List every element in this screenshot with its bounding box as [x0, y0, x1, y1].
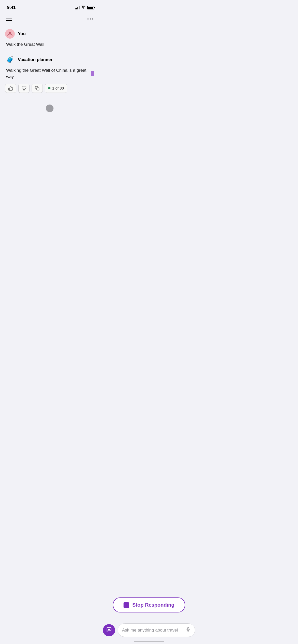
hamburger-line-3 [6, 20, 12, 21]
user-name: You [18, 31, 26, 36]
user-message: You Walk the Great Wall [5, 29, 94, 48]
status-bar: 9:41 [0, 0, 99, 14]
hamburger-menu-button[interactable] [5, 16, 13, 22]
battery-icon [87, 6, 94, 9]
user-message-text: Walk the Great Wall [5, 41, 94, 48]
loading-dot [46, 105, 53, 112]
more-options-button[interactable] [86, 17, 94, 21]
bot-message: 🧳 Vacation planner Walking the Great Wal… [5, 55, 94, 93]
chat-content: You Walk the Great Wall 🧳 Vacation plann… [0, 25, 99, 121]
status-time: 9:41 [7, 5, 16, 10]
hamburger-line-2 [6, 19, 12, 19]
user-message-header: You [5, 29, 94, 39]
action-buttons: 1 of 30 [5, 84, 94, 93]
thumbs-down-button[interactable] [18, 84, 30, 93]
dot-1 [87, 18, 89, 20]
bot-avatar: 🧳 [5, 55, 15, 65]
svg-point-0 [9, 32, 11, 34]
counter-status-dot [48, 87, 50, 89]
signal-icon [75, 6, 79, 9]
thumbs-up-button[interactable] [5, 84, 16, 93]
loading-area [5, 97, 94, 117]
dot-3 [92, 18, 93, 20]
typing-cursor [91, 71, 94, 76]
copy-button[interactable] [32, 84, 43, 93]
wifi-icon [81, 6, 86, 10]
bot-message-header: 🧳 Vacation planner [5, 55, 94, 65]
counter-badge[interactable]: 1 of 30 [45, 84, 67, 93]
hamburger-line-1 [6, 17, 12, 17]
dot-2 [90, 18, 91, 20]
bot-message-text: Walking the Great Wall of China is a gre… [5, 67, 94, 80]
nav-header [0, 14, 99, 25]
bot-name: Vacation planner [18, 57, 52, 62]
avatar [5, 29, 15, 39]
counter-label: 1 of 30 [52, 86, 64, 90]
svg-rect-1 [37, 87, 39, 90]
status-icons [75, 6, 94, 10]
